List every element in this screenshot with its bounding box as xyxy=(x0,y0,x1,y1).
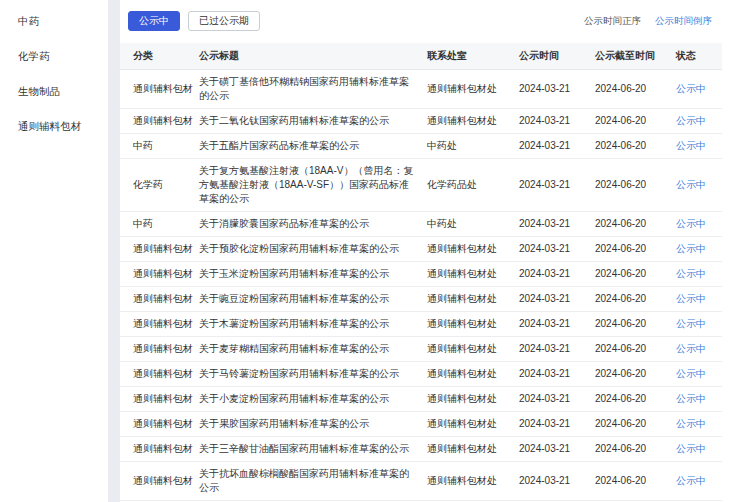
row-office: 通则辅料包材处 xyxy=(427,362,519,386)
row-publish-date: 2024-03-21 xyxy=(519,173,595,197)
table-row: 通则辅料包材 关于马铃薯淀粉国家药用辅料标准草案的公示 通则辅料包材处 2024… xyxy=(120,362,722,387)
row-publish-date: 2024-03-21 xyxy=(519,362,595,386)
row-title-link[interactable]: 关于豌豆淀粉国家药用辅料标准草案的公示 xyxy=(199,287,427,311)
row-status-link[interactable]: 公示中 xyxy=(676,337,722,361)
filter-expired-button[interactable]: 已过公示期 xyxy=(188,11,260,31)
sidebar-item-chemical-drug[interactable]: 化学药 xyxy=(0,39,108,74)
sidebar-item-tcm[interactable]: 中药 xyxy=(0,4,108,39)
row-office: 通则辅料包材处 xyxy=(427,287,519,311)
row-category: 通则辅料包材 xyxy=(120,437,199,461)
filter-active-button[interactable]: 公示中 xyxy=(128,11,180,31)
row-title-link[interactable]: 关于二氧化钛国家药用辅料标准草案的公示 xyxy=(199,109,427,133)
table-row: 通则辅料包材 关于玉米淀粉国家药用辅料标准草案的公示 通则辅料包材处 2024-… xyxy=(120,262,722,287)
row-office: 通则辅料包材处 xyxy=(427,312,519,336)
row-end-date: 2024-06-20 xyxy=(595,262,676,286)
table-row: 通则辅料包材 关于豌豆淀粉国家药用辅料标准草案的公示 通则辅料包材处 2024-… xyxy=(120,287,722,312)
row-status-link[interactable]: 公示中 xyxy=(676,437,722,461)
category-sidebar: 中药 化学药 生物制品 通则辅料包材 xyxy=(0,0,108,502)
row-end-date: 2024-06-20 xyxy=(595,412,676,436)
table-row: 化学药 关于复方氨基酸注射液（18AA-V）（曾用名：复方氨基酸注射液（18AA… xyxy=(120,159,722,212)
sort-time-descending-link[interactable]: 公示时间倒序 xyxy=(655,15,712,28)
row-end-date: 2024-06-20 xyxy=(595,287,676,311)
row-end-date: 2024-06-20 xyxy=(595,437,676,461)
announcement-table: 分类 公示标题 联系处室 公示时间 公示截至时间 状态 通则辅料包材 关于磺丁基… xyxy=(120,43,722,502)
row-category: 中药 xyxy=(120,212,199,236)
row-category: 通则辅料包材 xyxy=(120,287,199,311)
row-office: 通则辅料包材处 xyxy=(427,109,519,133)
row-status-link[interactable]: 公示中 xyxy=(676,362,722,386)
row-publish-date: 2024-03-21 xyxy=(519,109,595,133)
row-title-link[interactable]: 关于抗坏血酸棕榈酸酯国家药用辅料标准草案的公示 xyxy=(199,462,427,500)
row-category: 通则辅料包材 xyxy=(120,362,199,386)
row-category: 化学药 xyxy=(120,173,199,197)
row-category: 通则辅料包材 xyxy=(120,312,199,336)
row-end-date: 2024-06-20 xyxy=(595,173,676,197)
table-row: 中药 关于五酯片国家药品标准草案的公示 中药处 2024-03-21 2024-… xyxy=(120,134,722,159)
table-row: 通则辅料包材 关于三辛酸甘油酯国家药用辅料标准草案的公示 通则辅料包材处 202… xyxy=(120,437,722,462)
row-publish-date: 2024-03-21 xyxy=(519,387,595,411)
row-publish-date: 2024-03-21 xyxy=(519,412,595,436)
row-end-date: 2024-06-20 xyxy=(595,362,676,386)
row-end-date: 2024-06-20 xyxy=(595,237,676,261)
row-title-link[interactable]: 关于磺丁基倍他环糊精钠国家药用辅料标准草案的公示 xyxy=(199,70,427,108)
row-title-link[interactable]: 关于马铃薯淀粉国家药用辅料标准草案的公示 xyxy=(199,362,427,386)
row-status-link[interactable]: 公示中 xyxy=(676,312,722,336)
row-status-link[interactable]: 公示中 xyxy=(676,109,722,133)
row-title-link[interactable]: 关于五酯片国家药品标准草案的公示 xyxy=(199,134,427,158)
row-category: 中药 xyxy=(120,134,199,158)
row-publish-date: 2024-03-21 xyxy=(519,212,595,236)
row-office: 通则辅料包材处 xyxy=(427,77,519,101)
row-title-link[interactable]: 关于木薯淀粉国家药用辅料标准草案的公示 xyxy=(199,312,427,336)
row-title-link[interactable]: 关于消朦胶囊国家药品标准草案的公示 xyxy=(199,212,427,236)
row-end-date: 2024-06-20 xyxy=(595,212,676,236)
row-end-date: 2024-06-20 xyxy=(595,109,676,133)
row-status-link[interactable]: 公示中 xyxy=(676,173,722,197)
sidebar-item-biological-product[interactable]: 生物制品 xyxy=(0,74,108,109)
sort-time-ascending-link[interactable]: 公示时间正序 xyxy=(584,15,641,28)
table-row: 通则辅料包材 关于木薯淀粉国家药用辅料标准草案的公示 通则辅料包材处 2024-… xyxy=(120,312,722,337)
row-status-link[interactable]: 公示中 xyxy=(676,469,722,493)
column-header-category: 分类 xyxy=(120,43,199,69)
row-office: 通则辅料包材处 xyxy=(427,387,519,411)
row-status-link[interactable]: 公示中 xyxy=(676,134,722,158)
row-status-link[interactable]: 公示中 xyxy=(676,212,722,236)
row-office: 中药处 xyxy=(427,134,519,158)
row-category: 通则辅料包材 xyxy=(120,337,199,361)
row-status-link[interactable]: 公示中 xyxy=(676,262,722,286)
row-status-link[interactable]: 公示中 xyxy=(676,77,722,101)
row-title-link[interactable]: 关于预胶化淀粉国家药用辅料标准草案的公示 xyxy=(199,237,427,261)
row-publish-date: 2024-03-21 xyxy=(519,287,595,311)
row-status-link[interactable]: 公示中 xyxy=(676,287,722,311)
table-row: 通则辅料包材 关于小麦淀粉国家药用辅料标准草案的公示 通则辅料包材处 2024-… xyxy=(120,387,722,412)
column-header-title: 公示标题 xyxy=(199,43,427,69)
row-category: 通则辅料包材 xyxy=(120,109,199,133)
table-row: 通则辅料包材 关于二氧化钛国家药用辅料标准草案的公示 通则辅料包材处 2024-… xyxy=(120,109,722,134)
row-office: 中药处 xyxy=(427,212,519,236)
row-end-date: 2024-06-20 xyxy=(595,337,676,361)
row-status-link[interactable]: 公示中 xyxy=(676,412,722,436)
row-title-link[interactable]: 关于麦芽糊精国家药用辅料标准草案的公示 xyxy=(199,337,427,361)
table-row: 中药 关于消朦胶囊国家药品标准草案的公示 中药处 2024-03-21 2024… xyxy=(120,212,722,237)
row-status-link[interactable]: 公示中 xyxy=(676,237,722,261)
row-office: 通则辅料包材处 xyxy=(427,437,519,461)
row-title-link[interactable]: 关于小麦淀粉国家药用辅料标准草案的公示 xyxy=(199,387,427,411)
row-category: 通则辅料包材 xyxy=(120,412,199,436)
row-title-link[interactable]: 关于玉米淀粉国家药用辅料标准草案的公示 xyxy=(199,262,427,286)
row-publish-date: 2024-03-21 xyxy=(519,77,595,101)
sort-controls: 公示时间正序 公示时间倒序 xyxy=(584,15,722,28)
row-end-date: 2024-06-20 xyxy=(595,387,676,411)
row-title-link[interactable]: 关于复方氨基酸注射液（18AA-V）（曾用名：复方氨基酸注射液（18AA-V-S… xyxy=(199,159,427,211)
row-office: 化学药品处 xyxy=(427,173,519,197)
column-header-office: 联系处室 xyxy=(427,43,519,69)
sidebar-item-excipients-packaging[interactable]: 通则辅料包材 xyxy=(0,109,108,144)
row-publish-date: 2024-03-21 xyxy=(519,469,595,493)
row-publish-date: 2024-03-21 xyxy=(519,237,595,261)
row-status-link[interactable]: 公示中 xyxy=(676,387,722,411)
row-title-link[interactable]: 关于三辛酸甘油酯国家药用辅料标准草案的公示 xyxy=(199,437,427,461)
row-office: 通则辅料包材处 xyxy=(427,262,519,286)
row-publish-date: 2024-03-21 xyxy=(519,437,595,461)
row-office: 通则辅料包材处 xyxy=(427,412,519,436)
row-publish-date: 2024-03-21 xyxy=(519,337,595,361)
row-end-date: 2024-06-20 xyxy=(595,469,676,493)
row-title-link[interactable]: 关于果胶国家药用辅料标准草案的公示 xyxy=(199,412,427,436)
